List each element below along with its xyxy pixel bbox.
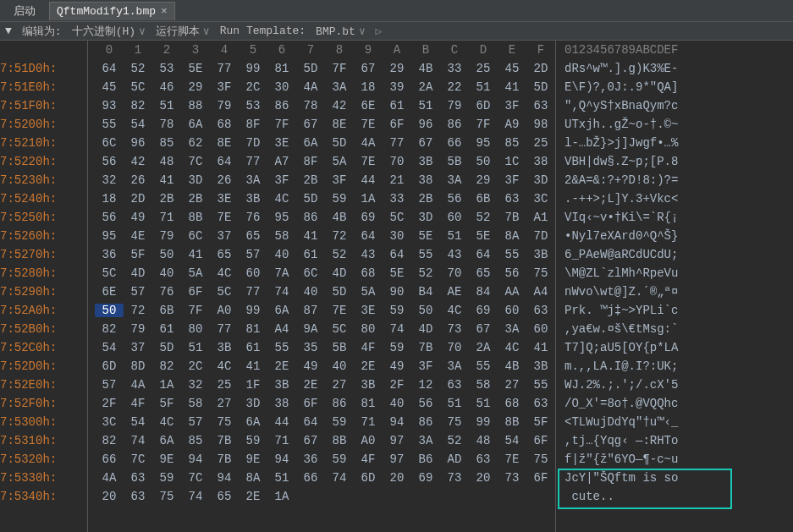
hex-byte[interactable]: B6 <box>411 452 440 466</box>
hex-byte[interactable]: 59 <box>152 471 181 485</box>
hex-byte[interactable]: 3F <box>498 99 526 112</box>
ascii-row[interactable]: WJ.2%.;.';/.cX'5 <box>564 376 678 394</box>
hex-byte[interactable]: 52 <box>440 434 469 447</box>
hex-byte[interactable]: 5F <box>526 415 555 429</box>
hex-byte[interactable]: 18 <box>95 192 124 206</box>
hex-byte[interactable]: 79 <box>210 99 239 112</box>
hex-byte[interactable]: A1 <box>526 211 555 224</box>
hex-byte[interactable]: 5E <box>469 229 498 243</box>
hex-row[interactable]: 5649718B7E7695864B695C3D60527BA1 <box>95 208 555 227</box>
hex-byte[interactable]: 49 <box>383 359 411 373</box>
hex-byte[interactable]: 2F <box>383 378 411 392</box>
hex-byte[interactable]: 4C <box>210 266 239 280</box>
hex-byte[interactable]: 2B <box>296 173 325 187</box>
run-script-menu[interactable]: 运行脚本∨ <box>151 24 215 39</box>
hex-byte[interactable]: 8B <box>325 434 354 447</box>
hex-byte[interactable]: 63 <box>526 397 555 410</box>
hex-byte[interactable]: 3B <box>354 378 383 392</box>
hex-byte[interactable]: 3B <box>411 155 440 168</box>
hex-byte[interactable]: 7E <box>498 452 526 466</box>
hex-byte[interactable]: 8E <box>210 136 239 150</box>
hex-byte[interactable]: 99 <box>239 62 267 75</box>
hex-row[interactable]: 20637574652E1A <box>95 487 555 506</box>
hex-byte[interactable]: 99 <box>239 304 267 317</box>
hex-byte[interactable]: 30 <box>383 229 411 243</box>
hex-byte[interactable]: 86 <box>296 211 325 224</box>
hex-byte[interactable]: 7E <box>325 304 354 317</box>
hex-byte[interactable]: 88 <box>181 99 210 112</box>
hex-byte[interactable]: 40 <box>325 359 354 373</box>
hex-byte[interactable]: 8A <box>239 471 267 485</box>
hex-row[interactable]: 4A63597C948A5166746D20697320736F <box>95 469 555 487</box>
hex-byte[interactable]: 63 <box>124 490 152 503</box>
hex-byte[interactable]: 8D <box>124 359 152 373</box>
hex-row[interactable]: 455C46293F2C304A3A18392A2251415D <box>95 78 555 96</box>
hex-byte[interactable]: 5E <box>411 229 440 243</box>
hex-row[interactable]: 574A1A32251F3B2E273B2F1263582755 <box>95 376 555 394</box>
hex-byte[interactable]: 45 <box>95 80 124 94</box>
hex-byte[interactable]: 7D <box>239 136 267 150</box>
hex-byte[interactable]: 20 <box>95 490 124 503</box>
hex-byte[interactable]: 56 <box>95 211 124 224</box>
hex-byte[interactable]: 20 <box>469 471 498 485</box>
hex-byte[interactable]: 3F <box>325 173 354 187</box>
hex-byte[interactable]: 4B <box>498 359 526 373</box>
hex-byte[interactable]: 58 <box>181 397 210 410</box>
hex-byte[interactable]: 6B <box>152 304 181 317</box>
edit-as-value[interactable]: 十六进制(H)∨ <box>67 24 151 39</box>
hex-byte[interactable]: 65 <box>239 229 267 243</box>
ascii-row[interactable]: UTxjh..gŽ~o-†.©~ <box>564 115 678 134</box>
hex-byte[interactable]: 33 <box>383 192 411 206</box>
hex-byte[interactable]: 98 <box>526 118 555 131</box>
hex-byte[interactable]: 77 <box>239 285 267 299</box>
file-tab[interactable]: QftmModify1.bmp × <box>49 2 175 20</box>
hex-byte[interactable]: 44 <box>267 415 296 429</box>
hex-byte[interactable]: 3A <box>440 359 469 373</box>
hex-byte[interactable]: 7E <box>354 155 383 168</box>
hex-byte[interactable]: 1A <box>354 192 383 206</box>
hex-byte[interactable]: 3D <box>411 211 440 224</box>
hex-byte[interactable]: 55 <box>267 341 296 354</box>
hex-row[interactable]: 365F504165574061524364554364553B <box>95 245 555 264</box>
play-icon[interactable]: ▷ <box>376 25 383 38</box>
ascii-row[interactable]: f|ž"{ž"6YO—¶-c~u <box>564 450 678 469</box>
hex-byte[interactable]: 67 <box>469 322 498 336</box>
hex-byte[interactable]: 2E <box>296 378 325 392</box>
ascii-row[interactable]: •Nyl7eXArd0^Q^Š} <box>564 227 678 245</box>
hex-byte[interactable]: 8B <box>181 211 210 224</box>
hex-byte[interactable]: 75 <box>526 452 555 466</box>
hex-byte[interactable]: 38 <box>411 173 440 187</box>
hex-byte[interactable]: 12 <box>411 378 440 392</box>
hex-byte[interactable]: 7C <box>181 155 210 168</box>
hex-byte[interactable]: 54 <box>498 434 526 447</box>
hex-byte[interactable]: 51 <box>267 471 296 485</box>
hex-byte[interactable]: 3C <box>526 192 555 206</box>
hex-byte[interactable]: 5D <box>526 80 555 94</box>
hex-byte[interactable]: 86 <box>440 118 469 131</box>
hex-byte[interactable]: 58 <box>469 378 498 392</box>
hex-byte[interactable]: 29 <box>469 173 498 187</box>
hex-byte[interactable]: 2F <box>95 397 124 410</box>
hex-byte[interactable]: 2A <box>411 80 440 94</box>
hex-byte[interactable]: 6F <box>526 434 555 447</box>
hex-byte[interactable]: 60 <box>239 266 267 280</box>
hex-byte[interactable]: 3E <box>354 304 383 317</box>
hex-byte[interactable]: 27 <box>325 378 354 392</box>
ascii-row[interactable]: nWvo\wt@]Z.´®„ª¤ <box>564 282 678 301</box>
hex-byte[interactable]: 4C <box>210 359 239 373</box>
hex-byte[interactable]: 5A <box>181 266 210 280</box>
ascii-row[interactable]: 6_PAeW@aRCdUCdU; <box>564 245 678 264</box>
hex-byte[interactable]: 7B <box>498 211 526 224</box>
hex-byte[interactable]: 4E <box>124 229 152 243</box>
hex-row[interactable]: 5554786A688F7F678E7E6F96867FA998 <box>95 115 555 134</box>
hex-byte[interactable]: 7E <box>210 211 239 224</box>
hex-byte[interactable]: 29 <box>181 80 210 94</box>
hex-byte[interactable]: 6A <box>181 118 210 131</box>
hex-byte[interactable]: 46 <box>152 80 181 94</box>
hex-byte[interactable]: 97 <box>383 434 411 447</box>
hex-byte[interactable]: 39 <box>383 80 411 94</box>
hex-byte[interactable]: 75 <box>440 415 469 429</box>
hex-byte[interactable]: 5D <box>296 62 325 75</box>
hex-byte[interactable]: 3A <box>440 173 469 187</box>
hex-byte[interactable]: 35 <box>296 341 325 354</box>
